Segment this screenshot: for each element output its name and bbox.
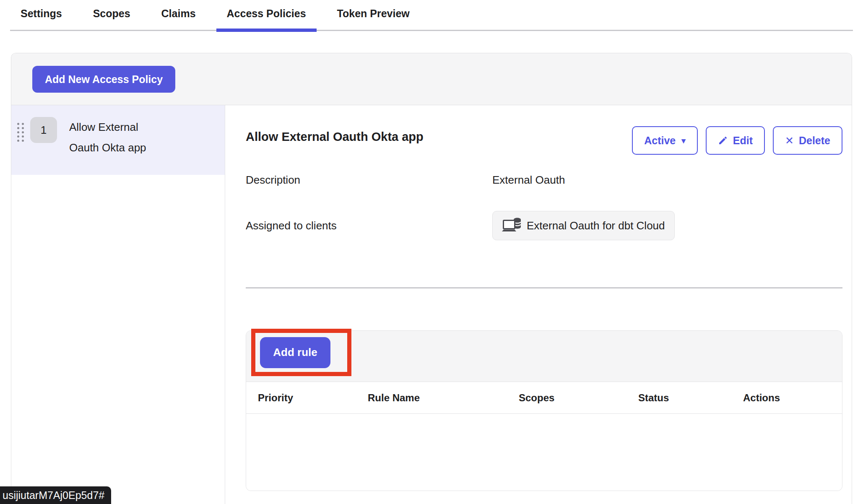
column-status: Status (638, 392, 743, 404)
rules-table-body (246, 414, 842, 491)
column-priority: Priority (258, 392, 368, 404)
chevron-down-icon: ▾ (681, 136, 686, 145)
tab-bar: Settings Scopes Claims Access Policies T… (10, 0, 853, 31)
panel-body: 1 Allow External Oauth Okta app Allow Ex… (11, 105, 852, 504)
panel-toolbar: Add New Access Policy (11, 53, 852, 105)
column-rule-name: Rule Name (368, 392, 519, 404)
drag-handle-icon[interactable] (17, 123, 24, 142)
assigned-client-name: External Oauth for dbt Cloud (527, 219, 665, 232)
rules-toolbar: Add rule (246, 331, 842, 382)
annotation-highlight-box: Add rule (251, 329, 351, 376)
assigned-client-chip[interactable]: External Oauth for dbt Cloud (492, 211, 675, 240)
add-rule-button[interactable]: Add rule (260, 337, 330, 368)
policy-meta: Description External Oauth Assigned to c… (246, 174, 842, 240)
policy-priority-badge: 1 (30, 117, 57, 143)
policy-detail: Allow External Oauth Okta app Active ▾ E… (225, 105, 852, 504)
rules-panel: Add rule Priority Rule Name Scopes Statu… (246, 330, 842, 491)
delete-label: Delete (799, 135, 830, 147)
description-value: External Oauth (492, 174, 842, 187)
policy-name-label: Allow External Oauth Okta app (69, 117, 166, 158)
delete-button[interactable]: ✕ Delete (773, 126, 842, 155)
status-label: Active (644, 135, 676, 147)
close-icon: ✕ (785, 135, 794, 147)
rules-table-header: Priority Rule Name Scopes Status Actions (246, 382, 842, 414)
policy-list-item[interactable]: 1 Allow External Oauth Okta app (11, 105, 225, 175)
tab-claims[interactable]: Claims (161, 8, 196, 20)
tab-token-preview[interactable]: Token Preview (337, 8, 410, 20)
policy-title: Allow External Oauth Okta app (246, 126, 424, 144)
policy-list-sidebar: 1 Allow External Oauth Okta app (11, 105, 225, 504)
access-policies-panel: Add New Access Policy 1 Allow External O… (11, 53, 852, 504)
column-scopes: Scopes (519, 392, 638, 404)
policy-action-buttons: Active ▾ Edit ✕ Delete (632, 126, 842, 155)
tab-access-policies[interactable]: Access Policies (227, 8, 306, 20)
add-new-access-policy-button[interactable]: Add New Access Policy (32, 66, 175, 93)
edit-button[interactable]: Edit (706, 126, 765, 155)
description-label: Description (246, 174, 492, 187)
tab-scopes[interactable]: Scopes (93, 8, 130, 20)
policy-detail-header: Allow External Oauth Okta app Active ▾ E… (246, 126, 842, 155)
section-divider (246, 287, 842, 288)
pencil-icon (718, 135, 728, 145)
client-computer-icon (502, 218, 521, 234)
status-dropdown-button[interactable]: Active ▾ (632, 126, 698, 155)
tab-settings[interactable]: Settings (21, 8, 62, 20)
link-url-tooltip: usijiutarM7Aj0Ep5d7# (0, 486, 111, 504)
assigned-clients-label: Assigned to clients (246, 219, 492, 232)
edit-label: Edit (733, 135, 753, 147)
column-actions: Actions (743, 392, 842, 404)
